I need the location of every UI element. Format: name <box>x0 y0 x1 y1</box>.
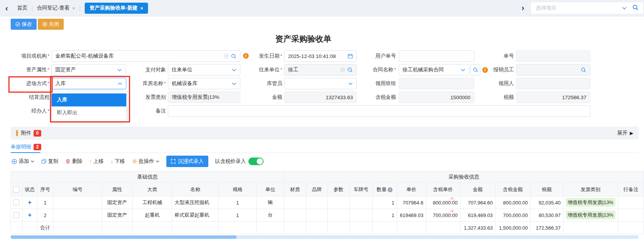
cell-amount[interactable]: 707,964.60 <box>460 196 495 209</box>
move-up-button[interactable]: ↑ 上移 <box>89 158 104 165</box>
cell-unit[interactable]: 辆 <box>257 196 284 209</box>
cell-brand[interactable] <box>306 209 327 222</box>
cell-plate[interactable] <box>349 209 372 222</box>
cell-tax[interactable]: 80,530.97 <box>530 209 563 222</box>
tabs-back-icon[interactable]: ‹ <box>5 4 8 12</box>
cell-qty[interactable]: 1 <box>372 209 397 222</box>
contract-select[interactable]: 徐工机械采购合同 <box>399 64 469 76</box>
cell-plate[interactable] <box>349 196 372 209</box>
add-row-icon[interactable]: + <box>28 199 31 206</box>
cell-attr[interactable]: 固定资产 <box>102 209 132 222</box>
cell-brand[interactable] <box>306 196 327 209</box>
cell-code[interactable] <box>53 196 102 209</box>
search-icon[interactable] <box>347 67 353 73</box>
cell-amount[interactable]: 619,469.03 <box>460 209 495 222</box>
row-checkbox[interactable] <box>13 200 19 206</box>
dropdown-option[interactable]: 入库 <box>52 93 126 106</box>
user-no-input[interactable] <box>399 50 474 62</box>
tab-detail-list[interactable]: 单据明细 2 <box>11 143 41 150</box>
calendar-icon[interactable] <box>348 53 353 59</box>
total-amount: 1,327,433.63 <box>460 222 495 234</box>
cell-param[interactable] <box>327 209 349 222</box>
horizontal-scrollbar-thumb[interactable] <box>11 235 237 239</box>
column-group-header: 基础信息 <box>11 171 284 183</box>
cell-cb[interactable] <box>11 196 23 209</box>
cell-price[interactable]: 619469.03 <box>397 209 426 222</box>
save-button[interactable]: 保存 <box>11 19 37 30</box>
remark-input[interactable] <box>168 105 590 117</box>
counterparty-input[interactable]: 徐工 <box>284 64 357 76</box>
clear-icon[interactable] <box>224 53 229 59</box>
project-select[interactable]: 选择项目 <box>531 2 643 14</box>
search-icon[interactable] <box>581 67 586 73</box>
reimburse-staff-input[interactable] <box>516 64 590 76</box>
cell-amount_tax[interactable]: 800,000.00 <box>495 196 530 209</box>
chevron-down-icon[interactable] <box>622 6 627 11</box>
label-date: 发生日期 <box>246 50 282 62</box>
select-all-checkbox[interactable] <box>13 187 19 193</box>
cell-spec[interactable]: 1 <box>219 196 257 209</box>
copy-button[interactable]: 复制 <box>41 158 58 165</box>
row-checkbox[interactable] <box>13 212 19 218</box>
cell-param[interactable] <box>327 196 349 209</box>
cell-price[interactable]: 707964.6 <box>397 196 426 209</box>
expand-button[interactable]: 展开 ▶ <box>617 130 633 137</box>
column-header-amount_tax: 含税金额 <box>495 183 530 196</box>
tab-contract-view[interactable]: 合同登记-查看 × <box>32 0 80 16</box>
move-down-button[interactable]: ↓ 下移 <box>111 158 125 165</box>
immersive-entry-button[interactable]: 沉浸式录入 <box>166 156 208 167</box>
search-icon[interactable] <box>632 4 639 12</box>
tab-asset-acceptance-new[interactable]: 资产采购验收单-新建 × <box>85 3 148 14</box>
cell-status[interactable]: + <box>22 196 37 209</box>
cell-seq[interactable]: 1 <box>37 196 53 209</box>
cell-amount_tax[interactable]: 700,000.00 <box>495 209 530 222</box>
tax-price-entry-toggle[interactable]: 以含税价录入 <box>215 158 264 165</box>
required-marker-icon: * <box>450 210 455 215</box>
add-row-icon[interactable]: + <box>28 212 31 218</box>
search-icon[interactable] <box>231 53 237 59</box>
batch-ops-button[interactable]: 批操作 <box>132 158 160 165</box>
tab-close-icon[interactable]: × <box>140 5 143 11</box>
cell-material[interactable] <box>284 196 306 209</box>
cell-price_tax[interactable]: 700,000.00* <box>426 209 460 222</box>
cell-invoice[interactable]: 增值税专用发票|13% <box>563 209 618 222</box>
cell-code[interactable] <box>53 209 102 222</box>
cell-name[interactable]: 桥式双梁起重机 <box>172 209 219 222</box>
cell-qty[interactable]: 1 <box>372 196 397 209</box>
cell-name[interactable]: 大型液压挖掘机 <box>172 196 219 209</box>
cell-unit[interactable]: 台 <box>257 209 284 222</box>
asset-attr-select[interactable]: 固定资产 <box>52 64 126 76</box>
warehouse-select[interactable]: 机械设备库 <box>168 78 240 89</box>
cell-invoice[interactable]: 增值税专用发票|13% <box>563 196 618 209</box>
dropdown-option[interactable]: 即入即出 <box>52 106 126 119</box>
toggle-on[interactable] <box>248 158 264 165</box>
horizontal-scrollbar-track[interactable] <box>11 235 639 239</box>
cell-status[interactable]: + <box>22 209 37 222</box>
cell-material[interactable] <box>284 209 306 222</box>
gear-icon <box>132 159 137 164</box>
cell-price_tax[interactable]: 800,000.00* <box>426 196 460 209</box>
cell-cb[interactable] <box>11 209 23 222</box>
entry-mode-select[interactable]: 入库 <box>52 78 126 89</box>
cell-spec[interactable]: 1 <box>219 209 257 222</box>
doc-no-input <box>516 50 590 62</box>
cell-seq[interactable]: 2 <box>37 209 53 222</box>
delete-button[interactable]: 删除 <box>65 158 82 165</box>
tabs-forward-icon[interactable]: › <box>522 4 524 11</box>
warehouse-keeper-select[interactable] <box>284 78 357 89</box>
attachment-bar[interactable]: 附件 0 展开 ▶ <box>11 127 639 140</box>
cell-remark[interactable] <box>618 209 644 222</box>
tab-home[interactable]: 首页 <box>13 0 32 16</box>
project-input[interactable]: 金桥装配公司-机械设备库 <box>52 50 240 62</box>
clear-icon[interactable] <box>340 67 345 72</box>
tab-close-icon[interactable]: × <box>72 5 75 11</box>
cell-remark[interactable] <box>618 196 644 209</box>
date-input[interactable]: 2025-12-03 10:41:08 <box>284 50 357 62</box>
cell-category[interactable]: 工程机械 <box>132 196 172 209</box>
add-button[interactable]: 添加 <box>11 158 34 165</box>
pay-target-select[interactable]: 往来单位 <box>168 64 240 76</box>
cell-attr[interactable]: 固定资产 <box>102 196 132 209</box>
cell-category[interactable]: 起重机 <box>132 209 172 222</box>
cell-tax[interactable]: 92,035.40 <box>530 196 563 209</box>
close-button[interactable]: 关闭 <box>38 19 64 30</box>
